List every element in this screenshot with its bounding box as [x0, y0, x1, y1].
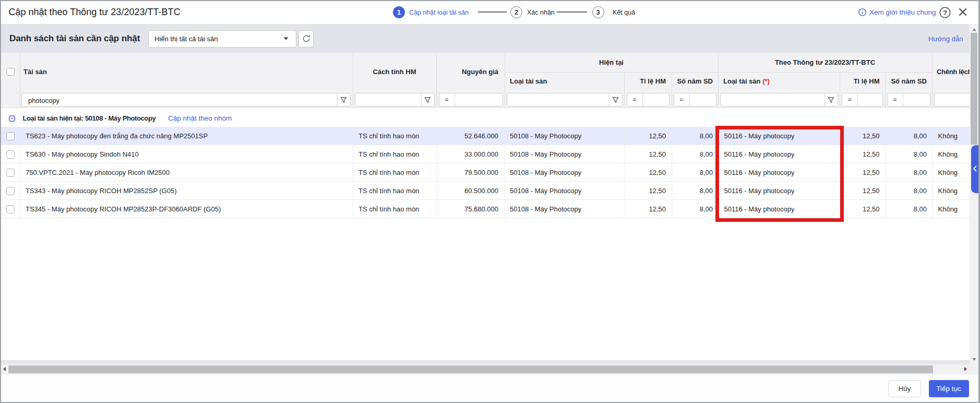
svg-text:?: ? [943, 8, 947, 16]
